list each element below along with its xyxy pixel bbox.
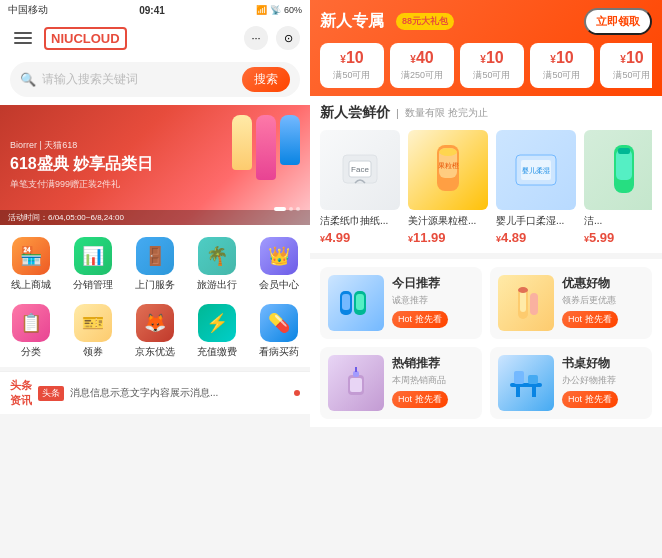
coupon-card-5[interactable]: ¥10 满50可用: [600, 43, 652, 88]
search-input[interactable]: 请输入搜索关键词: [42, 71, 236, 88]
search-button[interactable]: 搜索: [242, 67, 290, 92]
wipes-name: 婴儿手口柔湿...: [496, 214, 576, 228]
banner-footer: 活动时间：6/04,05:00~6/8,24:00: [0, 210, 310, 225]
banner-image: Biorrer | 天猫618 618盛典 妙享品类日 单笔支付满999赠正装2…: [0, 105, 310, 225]
rec-img-discount: [498, 275, 554, 331]
svg-rect-28: [516, 387, 520, 397]
hot-btn-hot[interactable]: Hot 抢先看: [392, 391, 448, 408]
icon-member[interactable]: 👑 会员中心: [248, 233, 310, 296]
svg-rect-16: [356, 294, 364, 310]
rec-card-daily[interactable]: 今日推荐 诚意推荐 Hot 抢先看: [320, 267, 482, 339]
gift-badge: 88元大礼包: [396, 13, 454, 30]
branch-label: 分销管理: [73, 278, 113, 292]
category-label: 分类: [21, 345, 41, 359]
wifi-icon: 📡: [270, 5, 281, 15]
rec-card-desk[interactable]: 书桌好物 办公好物推荐 Hot 抢先看: [490, 347, 652, 419]
member-icon: 👑: [260, 237, 298, 275]
product-clean[interactable]: 洁... ¥5.99: [584, 130, 652, 245]
coupon-condition-2: 满250可用: [398, 69, 446, 82]
tissue-price: ¥4.99: [320, 230, 400, 245]
coupon-card-1[interactable]: ¥10 满50可用: [320, 43, 384, 88]
product-bottle-3: [280, 115, 300, 165]
time-text: 09:41: [139, 5, 165, 16]
news-tag: 头条: [38, 386, 64, 401]
hot-btn-daily[interactable]: Hot 抢先看: [392, 311, 448, 328]
icon-medicine[interactable]: 💊 看病买药: [248, 300, 310, 363]
icon-coupon[interactable]: 🎫 领券: [62, 300, 124, 363]
banner-products: [232, 115, 300, 180]
claim-button[interactable]: 立即领取: [584, 8, 652, 35]
fresh-section: 新人尝鲜价 | 数量有限 抢完为止 Face 洁柔纸巾抽纸... ¥4.99: [310, 96, 662, 253]
menu-button[interactable]: [10, 28, 36, 48]
hot-btn-desk[interactable]: Hot 抢先看: [562, 391, 618, 408]
coupon-card-4[interactable]: ¥10 满50可用: [530, 43, 594, 88]
rec-info-daily: 今日推荐 诚意推荐 Hot 抢先看: [392, 275, 474, 328]
rec-info-discount: 优惠好物 领券后更优惠 Hot 抢先看: [562, 275, 644, 328]
coupon-amount-5: ¥10: [608, 49, 652, 67]
more-button[interactable]: ···: [244, 26, 268, 50]
rec-info-hot: 热销推荐 本周热销商品 Hot 抢先看: [392, 355, 474, 408]
new-user-header: 新人专属 88元大礼包 立即领取: [320, 8, 652, 35]
banner[interactable]: Biorrer | 天猫618 618盛典 妙享品类日 单笔支付满999赠正装2…: [0, 105, 310, 225]
logo-text: NIUCLOUD: [44, 27, 127, 50]
product-bottle-1: [232, 115, 252, 170]
member-label: 会员中心: [259, 278, 299, 292]
icon-jd[interactable]: 🦊 京东优选: [124, 300, 186, 363]
product-juice[interactable]: 果粒橙 美汁源果粒橙... ¥11.99: [408, 130, 488, 245]
svg-point-19: [518, 287, 528, 293]
svg-rect-27: [528, 375, 538, 384]
svg-rect-24: [355, 367, 357, 372]
rec-img-daily: [328, 275, 384, 331]
coupon-scroll: ¥10 满50可用 ¥40 满250可用 ¥10 满50可用 ¥10 满50可用…: [320, 43, 652, 96]
search-bar: 🔍 请输入搜索关键词 搜索: [0, 56, 310, 105]
rec-card-discount[interactable]: 优惠好物 领券后更优惠 Hot 抢先看: [490, 267, 652, 339]
icon-shop[interactable]: 🏪 线上商城: [0, 233, 62, 296]
scan-button[interactable]: ⊙: [276, 26, 300, 50]
medicine-icon: 💊: [260, 304, 298, 342]
juice-image: 果粒橙: [408, 130, 488, 210]
shop-label: 线上商城: [11, 278, 51, 292]
right-panel: 新人专属 88元大礼包 立即领取 ¥10 满50可用 ¥40 满250可用 ¥1…: [310, 0, 662, 558]
news-section-title: 头条资讯: [10, 378, 32, 408]
jd-icon: 🦊: [136, 304, 174, 342]
service-label: 上门服务: [135, 278, 175, 292]
clean-image: [584, 130, 652, 210]
rec-card-hot[interactable]: 热销推荐 本周热销商品 Hot 抢先看: [320, 347, 482, 419]
banner-brand: Biorrer | 天猫618: [10, 139, 153, 152]
svg-rect-12: [618, 148, 630, 154]
svg-rect-26: [514, 371, 524, 384]
product-tissue[interactable]: Face 洁柔纸巾抽纸... ¥4.99: [320, 130, 400, 245]
banner-dots: [274, 207, 300, 211]
new-user-title: 新人专属: [320, 11, 384, 32]
coupon-amount-4: ¥10: [538, 49, 586, 67]
category-icon: 📋: [12, 304, 50, 342]
icon-charge[interactable]: ⚡ 充值缴费: [186, 300, 248, 363]
clean-name: 洁...: [584, 214, 652, 228]
product-scroll: Face 洁柔纸巾抽纸... ¥4.99 果粒橙 美汁源果粒橙...: [320, 130, 652, 245]
coupon-amount-2: ¥40: [398, 49, 446, 67]
news-content[interactable]: 消息信息示意文字内容展示消息...: [70, 386, 288, 400]
coupon-card-2[interactable]: ¥40 满250可用: [390, 43, 454, 88]
coupon-card-3[interactable]: ¥10 满50可用: [460, 43, 524, 88]
fresh-header: 新人尝鲜价 | 数量有限 抢完为止: [320, 104, 652, 122]
banner-title: 618盛典 妙享品类日: [10, 154, 153, 173]
icon-travel[interactable]: 🌴 旅游出行: [186, 233, 248, 296]
medicine-label: 看病买药: [259, 345, 299, 359]
wipes-image: 婴儿柔湿: [496, 130, 576, 210]
rec-title-daily: 今日推荐: [392, 275, 474, 292]
icon-branch[interactable]: 📊 分销管理: [62, 233, 124, 296]
product-wipes[interactable]: 婴儿柔湿 婴儿手口柔湿... ¥4.89: [496, 130, 576, 245]
new-user-section: 新人专属 88元大礼包 立即领取 ¥10 满50可用 ¥40 满250可用 ¥1…: [310, 0, 662, 96]
search-icon: 🔍: [20, 72, 36, 87]
icon-category[interactable]: 📋 分类: [0, 300, 62, 363]
hot-btn-discount[interactable]: Hot 抢先看: [562, 311, 618, 328]
coupon-label: 领券: [83, 345, 103, 359]
icon-service[interactable]: 🚪 上门服务: [124, 233, 186, 296]
svg-rect-11: [616, 150, 632, 180]
dot-1: [274, 207, 286, 211]
svg-point-5: [439, 148, 457, 156]
wipes-price: ¥4.89: [496, 230, 576, 245]
logo: NIUCLOUD: [44, 27, 127, 50]
coupon-condition-1: 满50可用: [328, 69, 376, 82]
rec-img-hot: [328, 355, 384, 411]
